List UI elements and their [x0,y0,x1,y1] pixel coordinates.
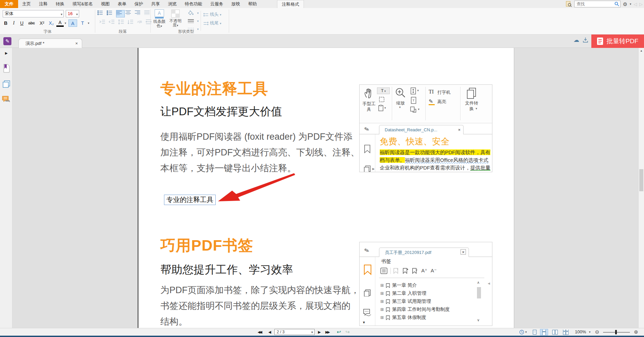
bookmark-item[interactable]: ⊞ 第二章 入职管理 [380,290,474,296]
prev-page-icon[interactable]: ◀ [268,328,271,336]
zoom-slider-thumb[interactable] [615,330,617,334]
continuous-view-button[interactable] [540,329,548,335]
line-tail-button[interactable]: 线尾 ▾ [203,19,227,27]
underline-button[interactable]: U [18,19,25,27]
menu-item-browse[interactable]: 浏览 [164,0,181,8]
text-direction-dropdown-icon[interactable]: ▾ [87,19,91,27]
menu-item-protect[interactable]: 保护 [130,0,147,8]
menu-item-share[interactable]: 共享 [147,0,164,8]
line-style-button[interactable] [185,17,197,25]
menu-item-comment[interactable]: 注释 [35,0,52,8]
align-center-button[interactable] [125,10,134,17]
foxit-logo-icon[interactable]: ✎ [3,37,11,45]
align-left-button[interactable] [116,10,125,17]
indent-decrease-button[interactable] [109,19,117,27]
menu-item-form[interactable]: 表单 [114,0,130,8]
nav-forward-icon[interactable]: ▷ [639,2,643,6]
fill-color-dropdown-icon[interactable]: ▾ [196,9,200,17]
superscript-button[interactable]: X² [38,19,46,27]
font-name-dropdown-icon[interactable]: ▾ [61,11,62,18]
scrollbar-thumb[interactable] [639,169,643,191]
bullet-list-button[interactable] [97,10,106,17]
font-size-combo[interactable]: 16 ▾ [66,10,79,17]
fill-color-button[interactable] [185,9,197,17]
tab-comment-format[interactable]: 注释格式 [277,0,304,8]
rotate-view-dropdown-icon[interactable]: ▾ [525,328,527,336]
bookmark-panel-icon[interactable] [3,64,10,73]
char-spacing-button[interactable]: A [68,19,77,27]
tree-expand-icon[interactable]: ⊞ [380,291,384,296]
cloud-icon[interactable]: ☁ [574,37,579,43]
text-annotation-box[interactable]: 专业的注释工具 [164,195,216,205]
bookmark-scroll-up-icon[interactable]: ∧ [477,280,480,285]
comments-panel-icon[interactable] [2,95,11,104]
subscript-button[interactable]: X₂ [47,19,56,27]
zoom-level-dropdown-icon[interactable]: ▾ [589,328,591,336]
page-combo-dropdown-icon[interactable]: ▾ [311,330,313,335]
document-tab[interactable]: 演示.pdf * × [18,39,82,48]
font-color-dropdown-icon[interactable]: ▾ [64,19,67,27]
document-scrollbar[interactable]: ▲ [638,48,644,328]
tree-expand-icon[interactable]: ⊞ [380,307,384,312]
font-name-combo[interactable]: 宋体 ▾ [3,10,64,17]
pdf-page[interactable]: 专业的注释工具 让PDF文档发挥更大价值 使用福昕PDF阅读器 (foxit r… [138,48,514,328]
pages-panel-icon[interactable] [2,80,10,88]
menu-item-home[interactable]: 主页 [18,0,35,8]
save-download-icon[interactable] [583,37,588,43]
bookmark-item[interactable]: ⊞ 第三章 试用期管理 [380,298,474,305]
continuous-facing-view-button[interactable] [561,329,570,335]
bookmark-scroll-thumb[interactable] [477,287,481,298]
document-tab-close-icon[interactable]: × [75,39,78,48]
char-width-button[interactable]: A|B [137,19,146,27]
gear-dropdown-icon[interactable]: ▾ [630,3,631,6]
next-page-icon[interactable]: ▶ [318,328,321,336]
rotate-view-icon[interactable] [519,330,524,335]
font-size-dropdown-icon[interactable]: ▾ [76,11,78,18]
tree-expand-icon[interactable]: ⊞ [380,315,384,320]
previous-view-icon[interactable]: ↩ [337,328,341,336]
bookmark-item[interactable]: ⊞ 第四章 工作时间与考勤制度 [380,307,474,313]
font-color-button[interactable]: A [56,19,64,27]
batch-convert-pdf-button[interactable]: 批量转PDF [591,35,644,48]
single-page-view-button[interactable] [531,329,539,335]
nav-back-icon[interactable]: ◁ [634,2,637,6]
gear-icon[interactable]: ⚙ [623,2,627,7]
menu-item-features[interactable]: 特色功能 [181,0,206,8]
menu-file-button[interactable]: 文件 [0,0,18,8]
align-right-button[interactable] [135,10,144,17]
text-direction-button[interactable]: T [78,19,87,27]
zoom-level-value[interactable]: 100% [575,328,586,336]
menu-item-convert[interactable]: 转换 [52,0,68,8]
scrollbar-up-icon[interactable]: ▲ [640,49,643,52]
tree-expand-icon[interactable]: ⊞ [380,299,384,304]
panel-expand-icon[interactable]: ▶ [5,51,8,55]
line-spacing-button[interactable] [118,19,127,27]
last-page-icon[interactable]: ▶▶ [325,328,329,336]
zoom-out-icon[interactable]: ⊖ [595,328,599,336]
indent-increase-button[interactable] [99,19,108,27]
menu-item-cloud[interactable]: 云服务 [206,0,227,8]
search-document-icon[interactable] [566,1,572,7]
page-number-combo[interactable]: 2 / 3 ▾ [274,329,315,335]
bold-button[interactable]: B [2,19,9,27]
menu-item-view[interactable]: 视图 [97,0,114,8]
facing-view-button[interactable] [551,329,559,335]
paragraph-spacing-button[interactable] [127,19,136,27]
first-page-icon[interactable]: ◀◀ [258,328,261,336]
search-input[interactable] [574,1,621,7]
bookmark-item[interactable]: ⊞ 第五章 休假制度 [380,315,474,321]
zoom-in-icon[interactable]: ⊕ [634,328,638,336]
search-icon[interactable] [614,2,619,6]
menu-item-present[interactable]: 放映 [227,0,244,8]
bookmark-scroll-down-icon[interactable]: ∨ [477,318,480,322]
line-style-dropdown-icon[interactable]: ▾ [196,17,200,25]
bookmark-item[interactable]: ⊞ 第一章 简介 [380,282,474,288]
numbered-list-button[interactable] [107,10,115,17]
line-head-button[interactable]: 线头 ▾ [203,11,227,18]
red-arrow-annotation[interactable] [215,169,297,204]
italic-button[interactable]: I [10,19,17,27]
menu-item-help[interactable]: 帮助 [244,0,261,8]
tree-expand-icon[interactable]: ⊞ [380,283,384,288]
panel-collapse-icon[interactable]: ◀ [488,282,490,285]
menu-item-fill-sign[interactable]: 填写&签名 [68,0,97,8]
